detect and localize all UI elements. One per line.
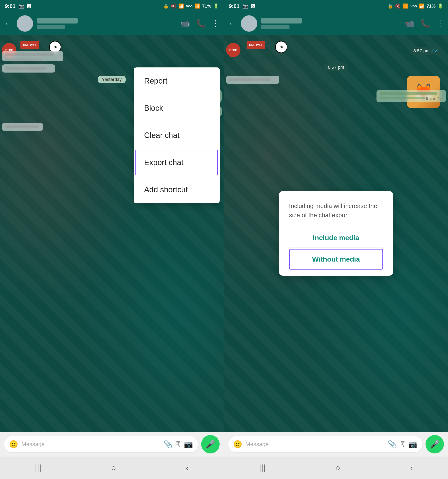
nav-recents-right[interactable]: ||| bbox=[259, 463, 265, 472]
mic-icon-left: 🎤 bbox=[205, 440, 215, 449]
message-input-wrap-left: 🙂 Message 📎 ₹ 📷 bbox=[4, 436, 198, 452]
nav-back-right[interactable]: ‹ bbox=[410, 463, 413, 472]
attach-icon-right[interactable]: 📎 bbox=[388, 440, 397, 449]
signal-icon-r: 📶 bbox=[419, 3, 424, 9]
nav-bar-right: ||| ○ ‹ bbox=[224, 457, 448, 479]
battery-left: 71% bbox=[202, 3, 211, 9]
menu-item-add-shortcut[interactable]: Add shortcut bbox=[134, 176, 220, 203]
include-media-button[interactable]: Include media bbox=[289, 228, 383, 247]
battery-icon-right: 🔋 bbox=[438, 3, 443, 9]
msg-bubble-5 bbox=[2, 123, 43, 131]
back-button-right[interactable]: ← bbox=[228, 18, 237, 29]
contact-name-right bbox=[261, 18, 401, 29]
chat-bg-left: STOP ONE WAY 50 Yesterday am ✓✓ am ✓✓ Re… bbox=[0, 35, 224, 432]
status-bar-left: 9:01 📷 🖼 🔒 🔇 📶 Voo 📶 71% 🔋 bbox=[0, 0, 224, 12]
msg-bubble-1 bbox=[2, 51, 63, 61]
gallery-icon: 🖼 bbox=[27, 3, 31, 9]
rupee-icon-left[interactable]: ₹ bbox=[176, 440, 181, 449]
wifi-icon: 📶 bbox=[178, 3, 184, 9]
dialog-message: Including media will increase the size o… bbox=[289, 201, 383, 220]
right-panel: 9:01 📷 🖼 🔒 🔇 📶 Voo 📶 71% 🔋 ← 📹 📞 ⋮ bbox=[224, 0, 448, 479]
menu-item-clear-chat[interactable]: Clear chat bbox=[134, 122, 220, 149]
time-right: 9:01 bbox=[229, 3, 240, 9]
lock-icon: 🔒 bbox=[163, 3, 169, 9]
nav-recents-left[interactable]: ||| bbox=[35, 463, 41, 472]
mute-icon-r: 🔇 bbox=[395, 3, 401, 9]
lock-icon-r: 🔒 bbox=[388, 3, 393, 9]
menu-item-export-chat[interactable]: Export chat bbox=[135, 150, 218, 175]
menu-item-report[interactable]: Report bbox=[134, 67, 220, 95]
dropdown-menu: Report Block Clear chat Export chat Add … bbox=[134, 67, 220, 203]
time-badge-2: 8:57 pm bbox=[324, 63, 348, 71]
instagram-icon-r: 📷 bbox=[243, 3, 248, 9]
status-bar-right: 9:01 📷 🖼 🔒 🔇 📶 Voo 📶 71% 🔋 bbox=[224, 0, 448, 12]
stop-sign-r: STOP bbox=[226, 43, 240, 57]
one-way-r: ONE WAY bbox=[247, 41, 265, 49]
double-tick-1: ✓✓ bbox=[431, 48, 438, 53]
menu-item-block[interactable]: Block bbox=[134, 95, 220, 122]
bottom-bar-right: 🙂 Message 📎 ₹ 📷 🎤 bbox=[224, 432, 448, 457]
vol-icon-r: Voo bbox=[410, 4, 417, 8]
video-call-icon-left[interactable]: 📹 bbox=[180, 19, 190, 28]
mic-button-right[interactable]: 🎤 bbox=[426, 435, 444, 453]
dialog-divider-2 bbox=[289, 247, 383, 248]
battery-right: 71% bbox=[427, 3, 435, 9]
top-bar-right: ← 📹 📞 ⋮ bbox=[224, 12, 448, 35]
nav-home-left[interactable]: ○ bbox=[111, 463, 116, 472]
chat-bg-right: STOP ONE WAY 50 8:57 pm ✓✓ 8:57 pm 🦊 9 a… bbox=[224, 35, 448, 432]
export-dialog: Including media will increase the size o… bbox=[279, 191, 393, 276]
camera-icon-right[interactable]: 📷 bbox=[408, 440, 417, 449]
gallery-icon-r: 🖼 bbox=[251, 3, 255, 9]
more-options-icon-right[interactable]: ⋮ bbox=[436, 19, 444, 28]
vol-icon: Voo bbox=[186, 4, 193, 8]
wifi-icon-r: 📶 bbox=[403, 3, 408, 9]
nav-bar-left: ||| ○ ‹ bbox=[0, 457, 224, 479]
battery-icon-left: 🔋 bbox=[213, 3, 219, 9]
one-way-sign-1: ONE WAY bbox=[20, 41, 39, 49]
bottom-bar-left: 🙂 Message 📎 ₹ 📷 🎤 bbox=[0, 432, 224, 457]
mic-icon-right: 🎤 bbox=[430, 440, 440, 449]
left-panel: 9:01 📷 🖼 🔒 🔇 📶 Voo 📶 71% 🔋 ← 📹 📞 ⋮ bbox=[0, 0, 224, 479]
mic-button-left[interactable]: 🎤 bbox=[201, 435, 220, 453]
back-button-left[interactable]: ← bbox=[4, 18, 13, 29]
top-bar-left: ← 📹 📞 ⋮ bbox=[0, 12, 224, 35]
emoji-icon-right[interactable]: 🙂 bbox=[233, 440, 242, 449]
mute-icon: 🔇 bbox=[171, 3, 176, 9]
camera-icon-left[interactable]: 📷 bbox=[184, 440, 193, 449]
contact-name-left bbox=[37, 18, 177, 29]
avatar-left[interactable] bbox=[17, 15, 33, 32]
voice-call-icon-left[interactable]: 📞 bbox=[196, 19, 206, 28]
speed-limit-r: 50 bbox=[275, 41, 287, 53]
nav-home-right[interactable]: ○ bbox=[336, 463, 340, 472]
voice-call-icon-right[interactable]: 📞 bbox=[420, 19, 430, 28]
time-badge-1: 8:57 pm ✓✓ bbox=[410, 47, 442, 55]
date-badge-left: Yesterday bbox=[98, 76, 126, 83]
signal-icon: 📶 bbox=[194, 3, 200, 9]
time-left: 9:01 bbox=[5, 3, 15, 9]
msg-bubble-r1 bbox=[226, 76, 279, 84]
avatar-right[interactable] bbox=[241, 15, 257, 32]
msg-bubble-2 bbox=[2, 64, 55, 73]
nav-back-left[interactable]: ‹ bbox=[186, 463, 189, 472]
emoji-icon-left[interactable]: 🙂 bbox=[9, 440, 18, 449]
message-input-right[interactable]: Message bbox=[245, 441, 385, 447]
video-call-icon-right[interactable]: 📹 bbox=[405, 19, 414, 28]
message-input-wrap-right: 🙂 Message 📎 ₹ 📷 bbox=[228, 436, 422, 452]
msg-bubble-r2: 9 am ✓✓ bbox=[376, 90, 446, 102]
instagram-icon: 📷 bbox=[18, 3, 24, 9]
without-media-button[interactable]: Without media bbox=[289, 249, 383, 270]
attach-icon-left[interactable]: 📎 bbox=[164, 440, 173, 449]
message-input-left[interactable]: Message bbox=[21, 441, 160, 447]
rupee-icon-right[interactable]: ₹ bbox=[400, 440, 405, 449]
more-options-icon-left[interactable]: ⋮ bbox=[212, 19, 220, 28]
